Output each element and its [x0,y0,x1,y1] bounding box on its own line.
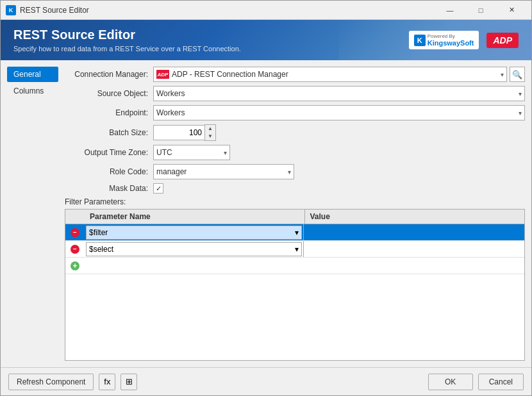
mask-data-control: ✓ [153,183,525,194]
spinner-down-button[interactable]: ▼ [205,133,215,140]
filter-name-select-2[interactable]: $select ▾ [86,242,302,256]
form-area: Connection Manager: ADP ADP - REST Conne… [65,67,525,361]
fx-button[interactable]: fx [99,374,115,390]
filter-name-select-1[interactable]: $filter ▾ [86,226,302,240]
output-timezone-select[interactable]: UTC ▾ [153,145,230,160]
rest-source-editor-window: K REST Source Editor — □ ✕ REST Source E… [0,0,532,396]
batch-size-row: Batch Size: ▲ ▼ [65,124,525,141]
role-code-select[interactable]: manager ▾ [153,164,294,179]
connection-manager-select[interactable]: ADP ADP - REST Connection Manager ▾ [153,67,507,82]
header-title-block: REST Source Editor Specify how to read d… [13,28,241,53]
spinner-up-button[interactable]: ▲ [205,125,215,133]
role-code-row: Role Code: manager ▾ [65,164,525,179]
remove-icon: − [71,245,79,254]
window-title: REST Source Editor [20,6,435,15]
close-icon: ✕ [509,6,515,14]
chevron-down-icon: ▾ [295,228,299,237]
refresh-component-button[interactable]: Refresh Component [8,374,94,390]
filter-col-value-header: Value [305,210,525,224]
output-timezone-label: Output Time Zone: [65,148,148,157]
mask-data-checkbox[interactable]: ✓ [153,183,163,194]
connection-manager-control: ADP ADP - REST Connection Manager ▾ 🔍 [153,67,525,82]
adp-logo: ADP [486,33,519,48]
sidebar-item-general[interactable]: General [7,67,58,82]
batch-size-label: Batch Size: [65,128,148,137]
remove-icon: − [71,228,79,237]
add-filter-button[interactable]: + [65,258,85,274]
filter-parameters-section: Filter Parameters: Parameter Name Value … [65,197,525,361]
remove-filter-button-1[interactable]: − [65,224,85,240]
endpoint-value: Workers [156,108,185,117]
maximize-button[interactable]: □ [466,1,495,20]
filter-table-header: Parameter Name Value [65,210,524,224]
ok-label: OK [445,377,456,386]
filter-col-remove-header [65,210,85,224]
filter-name-value-2: $select [89,245,113,254]
k-icon: K [414,35,426,46]
search-icon: 🔍 [512,70,522,79]
output-timezone-value: UTC [156,148,172,157]
role-code-label: Role Code: [65,167,148,176]
header-subtitle: Specify how to read data from a REST Ser… [13,45,241,53]
fx-icon: fx [104,377,110,386]
close-button[interactable]: ✕ [497,1,526,20]
ok-button[interactable]: OK [428,374,473,390]
mask-data-row: Mask Data: ✓ [65,183,525,194]
mask-data-label: Mask Data: [65,184,148,193]
adp-badge: ADP [156,70,169,79]
chevron-down-icon: ▾ [519,110,522,117]
filter-rows: − $filter ▾ [65,224,524,360]
kingswaysoft-logo: K Powered By KingswaySoft [409,31,479,50]
brand-name: KingswaySoft [428,39,474,47]
cancel-label: Cancel [489,377,513,386]
source-object-select[interactable]: Workers ▾ [153,86,525,101]
grid-icon: ⊞ [126,377,133,386]
spinner-buttons: ▲ ▼ [204,124,216,141]
footer: Refresh Component fx ⊞ OK Cancel [1,367,531,395]
grid-button[interactable]: ⊞ [121,374,137,390]
batch-size-control: ▲ ▼ [153,124,525,141]
filter-col-name-header: Parameter Name [85,210,305,224]
connection-manager-value: ADP - REST Connection Manager [172,70,288,79]
maximize-icon: □ [479,6,483,14]
output-timezone-row: Output Time Zone: UTC ▾ [65,145,525,160]
connection-manager-label: Connection Manager: [65,70,148,79]
cancel-button[interactable]: Cancel [478,374,524,390]
chevron-down-icon: ▾ [295,245,299,254]
remove-filter-button-2[interactable]: − [65,241,85,257]
role-code-value: manager [156,167,187,176]
filter-row-value-2[interactable] [304,241,525,257]
sidebar: General Columns [7,67,58,361]
app-icon: K [6,5,16,15]
minimize-button[interactable]: — [435,1,465,20]
connection-manager-search-button[interactable]: 🔍 [510,67,525,82]
filter-name-value-1: $filter [89,228,108,237]
endpoint-select[interactable]: Workers ▾ [153,105,525,120]
batch-size-input[interactable] [153,125,204,140]
main-content: General Columns Connection Manager: ADP … [1,60,531,367]
role-code-control: manager ▾ [153,164,525,179]
batch-size-spinner: ▲ ▼ [153,124,216,141]
header-banner: REST Source Editor Specify how to read d… [1,20,531,60]
table-row[interactable]: − $filter ▾ [65,224,524,241]
chevron-down-icon: ▾ [288,169,291,176]
filter-table: Parameter Name Value − $filter [65,209,525,361]
filter-row-name-2: $select ▾ [85,241,304,257]
header-main-title: REST Source Editor [13,28,241,42]
minimize-icon: — [447,6,454,14]
chevron-down-icon: ▾ [224,149,227,156]
source-object-row: Source Object: Workers ▾ [65,86,525,101]
endpoint-label: Endpoint: [65,108,148,117]
endpoint-control: Workers ▾ [153,105,525,120]
powered-by-block: Powered By KingswaySoft [428,33,474,47]
sidebar-item-columns[interactable]: Columns [7,83,58,99]
checkmark-icon: ✓ [156,185,162,193]
table-row[interactable]: − $select ▾ [65,241,524,258]
filter-row-value-1[interactable] [304,224,525,240]
powered-by-text: Powered By [428,33,474,40]
chevron-down-icon: ▾ [501,71,504,78]
add-icon: + [71,261,79,270]
add-filter-row: + [65,258,524,274]
chevron-down-icon: ▾ [519,90,522,97]
refresh-component-label: Refresh Component [17,377,85,386]
